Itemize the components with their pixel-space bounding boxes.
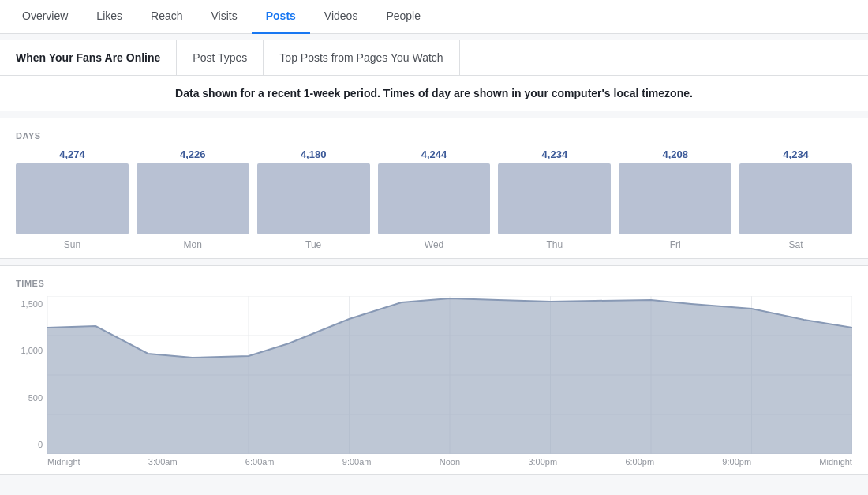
x-label-midnight-end: Midnight <box>819 457 852 467</box>
day-value-sun: 4,274 <box>59 148 85 160</box>
day-value-sat: 4,234 <box>783 148 809 160</box>
x-label-noon: Noon <box>440 457 460 467</box>
x-label-6pm: 6:00pm <box>625 457 654 467</box>
times-label: TIMES <box>16 279 852 288</box>
day-col-sat: 4,234 Sat <box>739 148 852 250</box>
day-label-mon: Mon <box>184 239 202 250</box>
x-label-midnight-start: Midnight <box>47 457 80 467</box>
x-label-3pm: 3:00pm <box>528 457 557 467</box>
days-section: DAYS 4,274 Sun 4,226 Mon 4,180 Tue 4,244… <box>0 118 868 259</box>
info-text: Data shown for a recent 1-week period. T… <box>175 87 693 99</box>
sub-tab-fans-online[interactable]: When Your Fans Are Online <box>0 40 177 75</box>
tab-visits[interactable]: Visits <box>197 0 252 34</box>
tab-overview[interactable]: Overview <box>8 0 82 34</box>
day-col-fri: 4,208 Fri <box>619 148 731 250</box>
tab-likes[interactable]: Likes <box>82 0 137 34</box>
y-label-500: 500 <box>16 393 47 403</box>
tab-videos[interactable]: Videos <box>310 0 372 34</box>
times-chart-wrapper: 1,500 1,000 500 0 <box>16 296 852 467</box>
day-bar-sun <box>16 163 129 234</box>
day-label-wed: Wed <box>425 239 443 250</box>
day-label-sun: Sun <box>64 239 80 250</box>
sub-tab-post-types[interactable]: Post Types <box>177 40 264 75</box>
day-col-sun: 4,274 Sun <box>16 148 129 250</box>
area-chart-polygon <box>47 298 852 454</box>
times-section: TIMES 1,500 1,000 500 0 <box>0 265 868 475</box>
tab-reach[interactable]: Reach <box>137 0 196 34</box>
x-label-9pm: 9:00pm <box>722 457 751 467</box>
x-label-3am: 3:00am <box>148 457 178 467</box>
y-label-1000: 1,000 <box>16 346 47 355</box>
days-label: DAYS <box>16 131 852 141</box>
sub-tab-top-posts[interactable]: Top Posts from Pages You Watch <box>264 40 459 75</box>
day-value-tue: 4,180 <box>301 148 327 160</box>
day-value-fri: 4,208 <box>662 148 688 160</box>
y-label-0: 0 <box>16 440 47 449</box>
day-col-thu: 4,234 Thu <box>498 148 611 250</box>
day-label-tue: Tue <box>305 239 321 250</box>
day-col-mon: 4,226 Mon <box>137 148 249 250</box>
day-bar-mon <box>137 163 249 234</box>
day-col-tue: 4,180 Tue <box>257 148 370 250</box>
day-bar-fri <box>619 163 731 234</box>
day-bar-tue <box>257 163 370 234</box>
times-chart-svg <box>47 296 852 454</box>
sub-navigation: When Your Fans Are Online Post Types Top… <box>0 40 868 76</box>
day-value-thu: 4,234 <box>542 148 568 160</box>
y-axis: 1,500 1,000 500 0 <box>16 296 47 467</box>
x-label-6am: 6:00am <box>245 457 275 467</box>
day-col-wed: 4,244 Wed <box>378 148 491 250</box>
x-label-9am: 9:00am <box>342 457 372 467</box>
day-bar-thu <box>498 163 611 234</box>
day-value-mon: 4,226 <box>180 148 206 160</box>
day-bar-wed <box>378 163 491 234</box>
day-label-fri: Fri <box>670 239 681 250</box>
day-value-wed: 4,244 <box>421 148 447 160</box>
day-label-sat: Sat <box>789 239 803 250</box>
y-label-1500: 1,500 <box>16 299 47 309</box>
tab-people[interactable]: People <box>372 0 435 34</box>
day-bar-sat <box>739 163 852 234</box>
top-navigation: Overview Likes Reach Visits Posts Videos… <box>0 0 868 34</box>
tab-posts[interactable]: Posts <box>252 0 310 34</box>
info-bar: Data shown for a recent 1-week period. T… <box>0 76 868 111</box>
day-label-thu: Thu <box>547 239 563 250</box>
chart-and-xaxis: Midnight 3:00am 6:00am 9:00am Noon 3:00p… <box>47 296 852 467</box>
x-axis: Midnight 3:00am 6:00am 9:00am Noon 3:00p… <box>47 454 852 467</box>
days-grid: 4,274 Sun 4,226 Mon 4,180 Tue 4,244 Wed … <box>16 148 852 250</box>
